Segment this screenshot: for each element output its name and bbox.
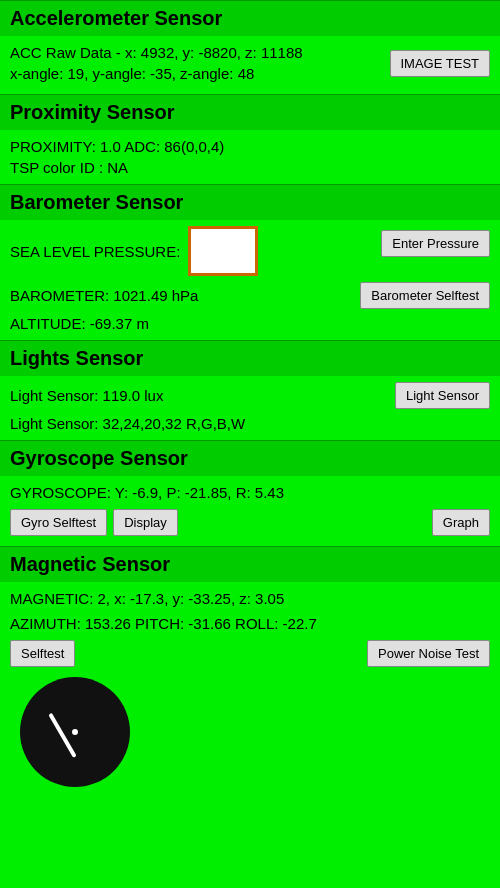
lights-header: Lights Sensor (0, 340, 500, 376)
magnetic-selftest-button[interactable]: Selftest (10, 640, 75, 667)
gyro-graph-button[interactable]: Graph (432, 509, 490, 536)
lights-line2: Light Sensor: 32,24,20,32 R,G,B,W (10, 413, 490, 434)
accelerometer-data: ACC Raw Data - x: 4932, y: -8820, z: 111… (10, 42, 303, 84)
enter-pressure-button[interactable]: Enter Pressure (381, 230, 490, 257)
barometer-value: BAROMETER: 1021.49 hPa (10, 285, 198, 306)
barometer-selftest-button[interactable]: Barometer Selftest (360, 282, 490, 309)
gyro-display-button[interactable]: Display (113, 509, 178, 536)
proximity-header: Proximity Sensor (0, 94, 500, 130)
accelerometer-section: Accelerometer Sensor ACC Raw Data - x: 4… (0, 0, 500, 94)
pressure-input[interactable] (188, 226, 258, 276)
barometer-header: Barometer Sensor (0, 184, 500, 220)
proximity-line1: PROXIMITY: 1.0 ADC: 86(0,0,4) (10, 136, 490, 157)
accelerometer-header: Accelerometer Sensor (0, 0, 500, 36)
altitude-value: ALTITUDE: -69.37 m (10, 313, 490, 334)
barometer-section: Barometer Sensor SEA LEVEL PRESSURE: Ent… (0, 184, 500, 340)
gyro-selftest-button[interactable]: Gyro Selftest (10, 509, 107, 536)
lights-section: Lights Sensor Light Sensor: 119.0 lux Li… (0, 340, 500, 440)
magnetic-header: Magnetic Sensor (0, 546, 500, 582)
sea-level-label: SEA LEVEL PRESSURE: (10, 241, 180, 262)
gyroscope-line1: GYROSCOPE: Y: -6.9, P: -21.85, R: 5.43 (10, 482, 490, 503)
proximity-line2: TSP color ID : NA (10, 157, 490, 178)
acc-line2: x-angle: 19, y-angle: -35, z-angle: 48 (10, 63, 303, 84)
gyroscope-section: Gyroscope Sensor GYROSCOPE: Y: -6.9, P: … (0, 440, 500, 546)
proximity-section: Proximity Sensor PROXIMITY: 1.0 ADC: 86(… (0, 94, 500, 184)
power-noise-test-button[interactable]: Power Noise Test (367, 640, 490, 667)
image-test-button[interactable]: IMAGE TEST (390, 50, 491, 77)
compass-dot (72, 729, 78, 735)
magnetic-line1: MAGNETIC: 2, x: -17.3, y: -33.25, z: 3.0… (10, 588, 490, 609)
lights-line1: Light Sensor: 119.0 lux (10, 385, 163, 406)
compass-needle (48, 713, 76, 758)
compass (20, 677, 130, 787)
gyroscope-header: Gyroscope Sensor (0, 440, 500, 476)
acc-line1: ACC Raw Data - x: 4932, y: -8820, z: 111… (10, 42, 303, 63)
light-sensor-button[interactable]: Light Sensor (395, 382, 490, 409)
magnetic-section: Magnetic Sensor MAGNETIC: 2, x: -17.3, y… (0, 546, 500, 803)
magnetic-line2: AZIMUTH: 153.26 PITCH: -31.66 ROLL: -22.… (10, 613, 490, 634)
